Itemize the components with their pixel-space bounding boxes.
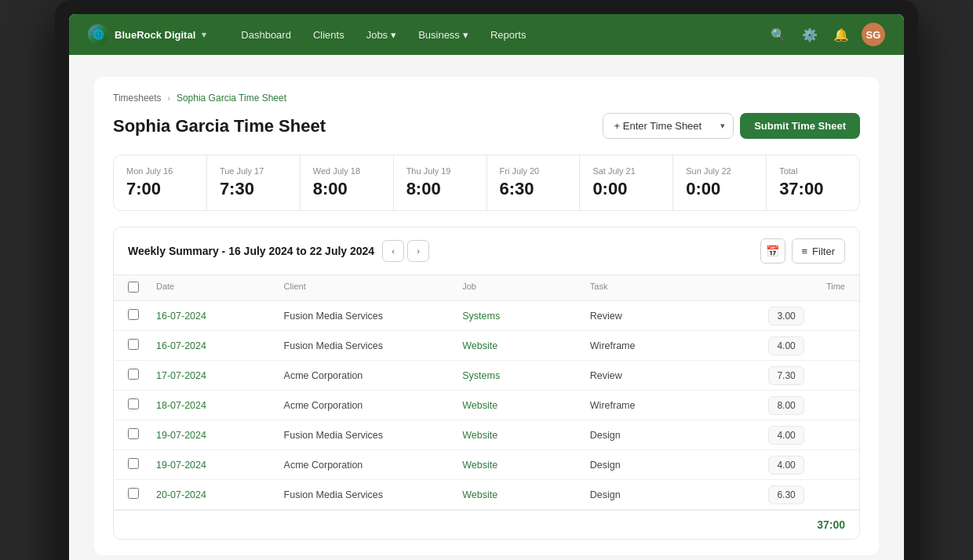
nav-icons: 🔍 ⚙️ 🔔 SG: [767, 23, 885, 46]
table-row: 19-07-2024 Fusion Media Services Website…: [114, 420, 859, 450]
row5-select[interactable]: [128, 428, 139, 439]
row7-select[interactable]: [128, 488, 139, 499]
row2-time: 4.00: [768, 340, 845, 351]
row4-task: Wireframe: [590, 400, 769, 411]
row5-date: 19-07-2024: [156, 430, 284, 441]
app-name: BlueRock Digital: [115, 29, 195, 41]
nav-jobs[interactable]: Jobs ▾: [357, 24, 406, 45]
laptop-screen: 🌐 BlueRock Digital ▾ Dashboard Clients J…: [69, 14, 904, 560]
row3-date: 17-07-2024: [156, 370, 284, 381]
row7-time: 6.30: [768, 489, 845, 500]
weekly-summary: Weekly Summary - 16 July 2024 to 22 July…: [113, 227, 860, 540]
page-title: Sophia Garcia Time Sheet: [113, 116, 326, 136]
nav-logo[interactable]: 🌐 BlueRock Digital ▾: [88, 24, 206, 45]
bell-icon[interactable]: 🔔: [830, 24, 852, 45]
time-card-mon-label: Mon July 16: [126, 166, 194, 176]
nav-clients[interactable]: Clients: [304, 24, 354, 45]
th-time: Time: [768, 282, 845, 294]
row3-select[interactable]: [128, 369, 139, 380]
time-card-total-label: Total: [779, 166, 847, 176]
nav-links: Dashboard Clients Jobs ▾ Business ▾ Repo: [231, 24, 761, 45]
week-nav-arrows: ‹ ›: [382, 240, 429, 262]
nav-reports[interactable]: Reports: [481, 24, 536, 45]
filter-label: Filter: [812, 245, 835, 257]
table-row: 20-07-2024 Fusion Media Services Website…: [114, 480, 859, 510]
table-row: 18-07-2024 Acme Corporation Website Wire…: [114, 391, 859, 420]
row4-checkbox: [128, 398, 156, 412]
row2-date: 16-07-2024: [156, 340, 284, 351]
nav-dashboard[interactable]: Dashboard: [231, 24, 301, 45]
time-card-sun-value: 0:00: [686, 179, 753, 199]
row5-job: Website: [462, 430, 590, 441]
jobs-chevron-icon: ▾: [391, 29, 396, 41]
table-total: 37:00: [817, 518, 845, 531]
timesheet-table: Date Client Job Task Time 16-07-2024 Fus…: [114, 275, 859, 539]
time-card-total: Total 37:00: [767, 155, 859, 210]
row1-select[interactable]: [128, 309, 139, 320]
row6-checkbox: [128, 458, 156, 471]
row7-checkbox: [128, 488, 156, 501]
user-avatar[interactable]: SG: [862, 23, 885, 46]
table-row: 16-07-2024 Fusion Media Services Systems…: [114, 301, 859, 331]
weekly-title: Weekly Summary - 16 July 2024 to 22 July…: [128, 240, 429, 262]
calendar-button[interactable]: 📅: [760, 238, 785, 264]
row6-job: Website: [462, 460, 590, 471]
th-checkbox: [128, 282, 156, 294]
logo-icon: 🌐: [88, 24, 108, 45]
prev-week-button[interactable]: ‹: [382, 240, 404, 262]
header-actions: + Enter Time Sheet ▾ Submit Time Sheet: [603, 113, 860, 139]
th-job: Job: [462, 282, 590, 294]
submit-time-sheet-button[interactable]: Submit Time Sheet: [740, 113, 860, 139]
table-row: 17-07-2024 Acme Corporation Systems Revi…: [114, 361, 859, 391]
row2-task: Wireframe: [590, 340, 769, 351]
row1-checkbox: [128, 309, 156, 322]
nav-business[interactable]: Business ▾: [409, 24, 478, 45]
weekly-title-text: Weekly Summary - 16 July 2024 to 22 July…: [128, 245, 374, 257]
row4-select[interactable]: [128, 398, 139, 409]
time-card-thu-value: 8:00: [406, 179, 474, 199]
time-card-tue-value: 7:30: [220, 179, 287, 199]
select-all-checkbox[interactable]: [128, 282, 139, 293]
weekly-actions: 📅 ≡ Filter: [760, 238, 845, 264]
th-client: Client: [284, 282, 463, 294]
row1-date: 16-07-2024: [156, 311, 284, 322]
filter-icon: ≡: [802, 245, 808, 257]
time-card-sat: Sat July 21 0:00: [580, 155, 673, 210]
time-card-fri-value: 6:30: [500, 179, 567, 199]
time-card-fri-label: Fri July 20: [500, 166, 567, 176]
row4-time: 8.00: [768, 400, 845, 411]
weekly-header: Weekly Summary - 16 July 2024 to 22 July…: [114, 227, 859, 275]
row7-task: Design: [590, 489, 769, 500]
row3-task: Review: [590, 370, 769, 381]
enter-time-sheet-main[interactable]: + Enter Time Sheet: [603, 114, 713, 138]
time-card-tue: Tue July 17 7:30: [207, 155, 301, 210]
row5-time: 4.00: [768, 430, 845, 441]
table-row: 16-07-2024 Fusion Media Services Website…: [114, 331, 859, 361]
main-content: Timesheets › Sophia Garcia Time Sheet So…: [94, 77, 879, 555]
row7-job: Website: [462, 489, 590, 500]
row7-client: Fusion Media Services: [284, 489, 463, 500]
row2-client: Fusion Media Services: [284, 340, 463, 351]
breadcrumb: Timesheets › Sophia Garcia Time Sheet: [113, 93, 860, 104]
row5-checkbox: [128, 428, 156, 442]
row6-select[interactable]: [128, 458, 139, 469]
time-card-wed-value: 8:00: [313, 179, 381, 199]
enter-time-sheet-dropdown[interactable]: ▾: [712, 115, 733, 137]
time-card-mon: Mon July 16 7:00: [114, 155, 207, 210]
next-week-button[interactable]: ›: [407, 240, 429, 262]
row1-time: 3.00: [768, 311, 845, 322]
row6-date: 19-07-2024: [156, 460, 284, 471]
time-card-wed-label: Wed July 18: [313, 166, 381, 176]
row4-client: Acme Corporation: [284, 400, 463, 411]
enter-time-sheet-button[interactable]: + Enter Time Sheet ▾: [603, 113, 734, 139]
search-icon[interactable]: 🔍: [767, 24, 789, 45]
breadcrumb-current: Sophia Garcia Time Sheet: [177, 93, 286, 104]
time-card-sun: Sun July 22 0:00: [673, 155, 767, 210]
filter-button[interactable]: ≡ Filter: [792, 238, 845, 264]
th-task: Task: [590, 282, 769, 294]
row3-job: Systems: [462, 370, 590, 381]
row4-job: Website: [462, 400, 590, 411]
breadcrumb-parent[interactable]: Timesheets: [113, 93, 162, 104]
row2-select[interactable]: [128, 339, 139, 350]
settings-icon[interactable]: ⚙️: [799, 24, 821, 45]
